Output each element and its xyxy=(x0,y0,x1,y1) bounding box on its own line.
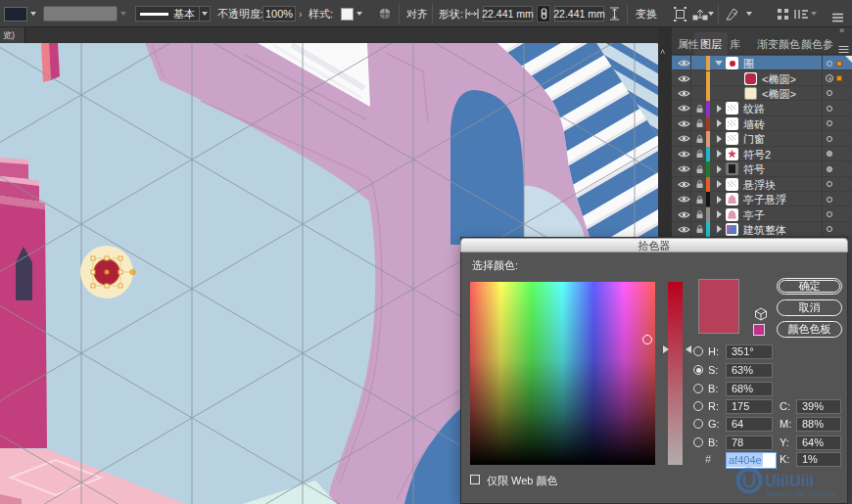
svg-text:UIIIUIII.COM · YOUYOU: UIIIUIII.COM · YOUYOU xyxy=(767,490,836,497)
svg-text:UiiiUiii: UiiiUiii xyxy=(765,473,814,489)
